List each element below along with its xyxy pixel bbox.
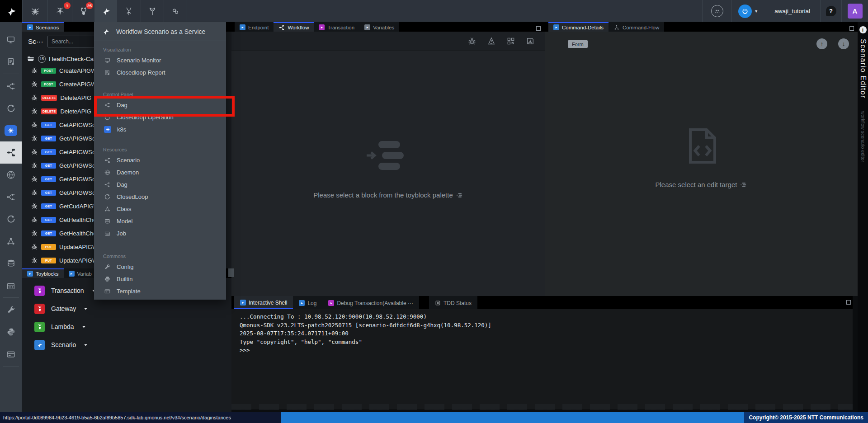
menu-item-closedloop[interactable]: ClosedLoop — [94, 191, 226, 203]
daemon-globe-icon — [6, 170, 16, 180]
menu-item-config[interactable]: Config — [94, 261, 226, 273]
toyblock-icon — [456, 193, 463, 198]
shell-icon: ▸ — [240, 300, 246, 306]
menu-item-builtin[interactable]: Builtin — [94, 273, 226, 285]
rail-closedloop-operation[interactable] — [0, 97, 22, 119]
rail-config[interactable] — [0, 299, 22, 321]
divider — [3, 74, 19, 74]
rail-model[interactable] — [0, 252, 22, 274]
menu-item-job[interactable]: Job — [94, 227, 226, 240]
rail-closedloop-report[interactable] — [0, 51, 22, 73]
shell-prompt[interactable]: >>> — [240, 346, 853, 355]
rail-builtin[interactable] — [0, 321, 22, 343]
qmonus-logo-icon — [5, 5, 17, 17]
tab-command-details[interactable]: ▸Command-Details — [548, 22, 609, 32]
stag-nav-button[interactable]: 25 — [72, 0, 94, 22]
maximize-button[interactable] — [536, 26, 541, 31]
tab-log[interactable]: ▸Log — [293, 296, 322, 309]
menu-item-class[interactable]: Class — [94, 203, 226, 215]
menu-item-model[interactable]: Model — [94, 215, 226, 227]
rail-template[interactable] — [0, 343, 22, 365]
tab-scenarios[interactable]: ▸Scenarios — [22, 22, 64, 32]
method-badge: PUT — [41, 244, 56, 250]
rail-daemon[interactable] — [0, 164, 22, 186]
mantis-nav-button[interactable] — [117, 0, 141, 22]
menu-item-daemon[interactable]: Daemon — [94, 166, 226, 179]
menu-item-closedloop-report[interactable]: Closedloop Report — [94, 66, 226, 79]
tab-debug-transaction[interactable]: ▸Debug Transaction(Available ··· — [322, 296, 419, 309]
qr-grid-button[interactable] — [506, 37, 515, 46]
menu-item-dag-resource[interactable]: Dag — [94, 179, 226, 191]
menu-item-scenario[interactable]: Scenario — [94, 154, 226, 166]
method-badge: GET — [41, 163, 56, 169]
rail-scenario-monitor[interactable] — [0, 28, 22, 51]
scenario-editor-app: 1 25 ▼ awaji_tutorial ? A — [0, 0, 868, 423]
rail-closedloop-resource[interactable] — [0, 208, 22, 230]
tab-tdd-status[interactable]: TDD Status — [429, 296, 477, 309]
workflow-canvas[interactable]: Please select a block from the toyblock … — [231, 51, 545, 296]
tab-transaction[interactable]: ▸Transaction — [314, 22, 359, 32]
menu-item-k8s[interactable]: k8s — [94, 123, 226, 136]
toyblock-lambda[interactable]: Lambda — [22, 318, 158, 336]
move-down-button[interactable]: ↓ — [838, 38, 849, 49]
session-timer-button[interactable]: ▼ — [732, 0, 764, 22]
bug-icon — [31, 121, 38, 128]
account-button[interactable]: A — [842, 0, 868, 22]
caret-down-icon[interactable] — [81, 324, 86, 329]
menu-item-template[interactable]: Template — [94, 285, 226, 297]
save-button[interactable] — [526, 37, 535, 46]
caret-down-icon[interactable] — [83, 343, 88, 348]
rail-job[interactable] — [0, 274, 22, 296]
help-button[interactable]: ? — [821, 0, 841, 22]
bug-icon — [31, 108, 38, 115]
splitter-handle[interactable] — [228, 268, 234, 277]
status-url[interactable]: https://portal-0d089984-9b23-4619-b5a5-6… — [0, 412, 281, 423]
shell-tab-row: ▸Interactive Shell ▸Log ▸Debug Transacti… — [231, 296, 853, 309]
tab-interactive-shell[interactable]: ▸Interactive Shell — [234, 296, 293, 309]
tab-variables[interactable]: ▸Variables — [359, 22, 399, 32]
scenario-folder-row[interactable]: 15 HealthCheck-Cat — [27, 54, 95, 64]
status-bar: https://portal-0d089984-9b23-4619-b5a5-6… — [0, 412, 868, 423]
maximize-button[interactable] — [846, 300, 851, 305]
toyblock-scenario[interactable]: Scenario — [22, 336, 158, 354]
tab-command-flow[interactable]: Command-Flow — [609, 22, 664, 32]
tab-toyblocks[interactable]: ▸Toyblocks — [22, 268, 64, 278]
interactive-shell-console[interactable]: ...Connecting To : 10.98.52.120:9000(10.… — [231, 309, 853, 409]
toyblock-empty-icon — [365, 139, 412, 172]
copyright-label: Copyright© 2015-2025 NTT Communications — [744, 412, 868, 423]
menu-section-label: Resources — [103, 146, 226, 153]
rail-dag-resource[interactable] — [0, 186, 22, 208]
daemon-globe-icon — [104, 169, 111, 176]
tab-endpoint[interactable]: ▸Endpoint — [235, 22, 274, 32]
wrench-icon — [6, 305, 16, 315]
menu-section-label: Visualization — [103, 47, 226, 53]
menu-item-scenario-monitor[interactable]: Scenario Monitor — [94, 54, 226, 66]
tab-workflow[interactable]: Workflow — [274, 22, 314, 32]
rail-dag[interactable] — [0, 75, 22, 97]
search-input[interactable] — [47, 36, 98, 47]
form-mode-button[interactable]: Form — [568, 40, 588, 48]
info-icon[interactable]: i — [859, 26, 867, 33]
spider-nav-button[interactable] — [22, 0, 47, 22]
deploy-button[interactable] — [487, 37, 496, 46]
rail-class[interactable] — [0, 230, 22, 252]
hornet-nav-button[interactable]: 1 — [47, 0, 72, 22]
workflow-service-nav-button[interactable] — [94, 0, 117, 22]
rail-k8s[interactable] — [0, 119, 22, 141]
debug-button[interactable] — [467, 37, 476, 46]
dag-icon — [6, 192, 16, 202]
bug-icon — [31, 175, 38, 183]
toyblock-gateway[interactable]: Gateway — [22, 300, 158, 318]
tab-variables-palette[interactable]: ▸Variab — [64, 268, 97, 278]
move-up-button[interactable]: ↑ — [816, 38, 827, 49]
app-logo[interactable] — [0, 0, 22, 22]
rail-scenario-selected[interactable] — [0, 141, 22, 164]
maximize-button[interactable] — [849, 26, 854, 31]
link-nav-button[interactable] — [164, 0, 187, 22]
scenario-blocks-icon — [104, 157, 111, 164]
scenario-editor-ribbon: i Scenario Editor workflow scenario edit… — [858, 22, 868, 412]
caret-down-icon[interactable] — [83, 306, 88, 311]
scenario-blocks-icon — [6, 147, 16, 158]
slingshot-nav-button[interactable] — [141, 0, 164, 22]
members-button[interactable] — [703, 0, 731, 22]
